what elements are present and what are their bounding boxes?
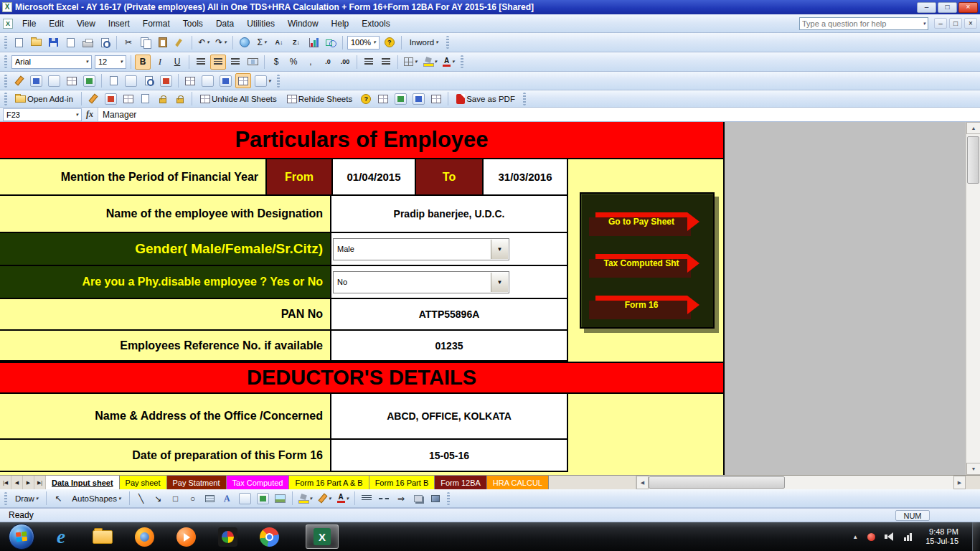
sort-ascending-button[interactable]: A↓: [271, 35, 287, 50]
help-question-box[interactable]: ▾: [799, 17, 928, 30]
format-painter-button[interactable]: [172, 35, 188, 50]
addin-tool-button[interactable]: [428, 91, 444, 106]
internet-explorer-icon[interactable]: e: [49, 524, 73, 550]
chevron-down-icon[interactable]: ▾: [310, 496, 313, 501]
horizontal-scrollbar-thumb[interactable]: [649, 476, 785, 489]
chrome-icon[interactable]: [257, 524, 281, 550]
reference-cell[interactable]: 01235: [331, 331, 568, 360]
chevron-down-icon[interactable]: ▾: [452, 59, 455, 65]
name-box[interactable]: F23▾: [3, 108, 82, 121]
arrow-style-button[interactable]: ⇒: [393, 491, 409, 506]
sort-descending-button[interactable]: Z↓: [288, 35, 304, 50]
pan-cell[interactable]: ATTP55896A: [331, 299, 568, 329]
chevron-down-icon[interactable]: ▾: [268, 78, 271, 84]
menu-utilities[interactable]: Utilities: [240, 16, 281, 32]
diagram-button[interactable]: [237, 491, 253, 506]
chart-wizard-button[interactable]: [306, 35, 321, 50]
tab-hra-calcul[interactable]: HRA CALCUL: [487, 476, 549, 489]
custom-tool-button[interactable]: [28, 73, 44, 88]
goto-pay-sheet-button[interactable]: Go to Pay Sheet: [595, 212, 687, 231]
chevron-down-icon[interactable]: ▾: [36, 496, 39, 501]
start-button[interactable]: [9, 524, 34, 550]
custom-tool-button[interactable]: [158, 73, 174, 88]
toolbar-grip[interactable]: [277, 75, 280, 88]
menu-help[interactable]: Help: [325, 16, 356, 32]
chevron-down-icon[interactable]: ▾: [435, 59, 438, 65]
hyperlink-button[interactable]: [237, 35, 253, 50]
addin-tool-button[interactable]: [375, 91, 391, 106]
scroll-right-button[interactable]: ▶: [953, 476, 966, 489]
inword-dropdown[interactable]: Inword▾: [405, 35, 443, 50]
minimize-button[interactable]: –: [917, 2, 936, 13]
select-objects-button[interactable]: ↖: [50, 491, 66, 506]
shape-fill-color-button[interactable]: ▾: [296, 491, 315, 506]
menu-window[interactable]: Window: [281, 16, 325, 32]
menu-edit[interactable]: Edit: [42, 16, 70, 32]
prep-date-cell[interactable]: 15-05-16: [331, 440, 568, 471]
tax-computed-sheet-button[interactable]: Tax Computed Sht: [595, 254, 687, 273]
bold-button[interactable]: B: [135, 55, 151, 70]
protect-sheet-button[interactable]: [155, 91, 171, 106]
new-button[interactable]: [11, 35, 27, 50]
tray-expand-icon[interactable]: ▲: [852, 534, 858, 540]
fill-color-button[interactable]: ▾: [421, 55, 440, 70]
align-center-button[interactable]: [210, 55, 226, 70]
vertical-scrollbar[interactable]: ▲ ▼: [966, 122, 980, 475]
save-as-pdf-button[interactable]: Save as PDF: [452, 91, 519, 106]
media-player-icon[interactable]: [174, 524, 198, 550]
close-button[interactable]: ×: [958, 2, 978, 13]
chevron-down-icon[interactable]: ▾: [120, 59, 123, 65]
increase-indent-button[interactable]: [378, 55, 394, 70]
increase-decimal-button[interactable]: .0: [320, 55, 336, 70]
toolbar-grip[interactable]: [447, 492, 450, 505]
drawing-font-color-button[interactable]: A▾: [335, 491, 352, 506]
drawing-toolbar-button[interactable]: [323, 35, 339, 50]
scroll-down-button[interactable]: ▼: [966, 463, 980, 475]
addin-tool-button[interactable]: [85, 91, 101, 106]
custom-tool-button[interactable]: [81, 73, 98, 88]
italic-button[interactable]: I: [152, 55, 168, 70]
custom-tool-button[interactable]: [235, 73, 251, 88]
borders-button[interactable]: ▾: [402, 55, 420, 70]
workbook-restore-button[interactable]: □: [949, 18, 962, 29]
custom-tool-button[interactable]: [64, 73, 80, 88]
formula-input[interactable]: Manager: [98, 108, 980, 121]
merge-center-button[interactable]: [245, 55, 260, 70]
toolbar-grip[interactable]: [523, 93, 526, 105]
chevron-down-icon[interactable]: ▾: [347, 496, 349, 501]
chevron-down-icon[interactable]: ▾: [435, 39, 438, 45]
last-sheet-button[interactable]: ▶|: [34, 476, 46, 489]
copy-button[interactable]: [138, 35, 154, 50]
menu-insert[interactable]: Insert: [102, 16, 136, 32]
chevron-down-icon[interactable]: ▾: [373, 39, 376, 45]
to-date-cell[interactable]: 31/03/2016: [484, 159, 568, 194]
permission-button[interactable]: [62, 35, 78, 50]
toolbar-grip[interactable]: [461, 55, 463, 68]
fx-icon[interactable]: fx: [86, 109, 93, 120]
toolbar-grip[interactable]: [4, 75, 7, 88]
previous-sheet-button[interactable]: ◀: [11, 476, 23, 489]
custom-tool-button[interactable]: [199, 73, 216, 88]
print-preview-button[interactable]: [97, 35, 113, 50]
threed-style-button[interactable]: [428, 491, 443, 506]
tab-form-16-part-b[interactable]: Form 16 Part B: [369, 476, 435, 489]
addin-tool-button[interactable]: [410, 91, 427, 106]
tab-pay-sheet[interactable]: Pay sheet: [120, 476, 167, 489]
help-button[interactable]: ?: [382, 35, 397, 50]
addin-tool-button[interactable]: [138, 91, 154, 106]
menu-file[interactable]: File: [16, 16, 42, 32]
zoom-combobox[interactable]: 100%▾: [347, 36, 380, 50]
chevron-down-icon[interactable]: ▾: [224, 39, 227, 45]
chevron-down-icon[interactable]: ▾: [207, 39, 209, 45]
workbook-close-button[interactable]: ×: [964, 18, 977, 29]
tab-data-input-sheet[interactable]: Data Input sheet: [46, 476, 120, 489]
menu-view[interactable]: View: [70, 16, 102, 32]
font-name-combobox[interactable]: Arial▾: [11, 55, 92, 69]
print-button[interactable]: [80, 35, 95, 50]
custom-tool-button[interactable]: [105, 73, 121, 88]
show-desktop-button[interactable]: [972, 522, 980, 551]
rectangle-tool-button[interactable]: □: [168, 491, 184, 506]
toolbar-grip[interactable]: [4, 93, 7, 105]
excel-taskbar-button[interactable]: X: [306, 524, 339, 549]
percent-button[interactable]: %: [286, 55, 301, 70]
